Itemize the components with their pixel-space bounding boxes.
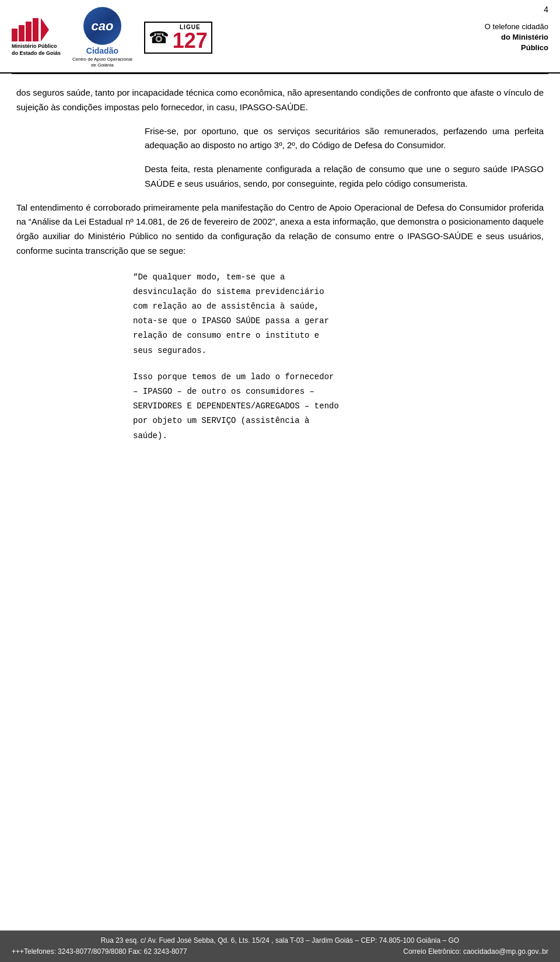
- paragraph-3: Desta feita, resta plenamente configurad…: [145, 162, 544, 191]
- paragraph-2: Frise-se, por oportuno, que os serviços …: [145, 124, 544, 153]
- ligue-number: 127: [173, 30, 208, 51]
- quote1-line6: seus segurados.: [133, 346, 206, 355]
- page-wrapper: 4 Ministério Públicodo Estado de Goiás: [0, 0, 560, 962]
- logo-bar-2: [19, 25, 24, 41]
- quote2-line4: por objeto um SERVIÇO (assistência à: [133, 416, 309, 425]
- page-number: 4: [544, 5, 548, 14]
- logo-ligue-box: ☎ LIGUE 127: [144, 22, 212, 54]
- logo-cao: cao Cidadão Centro de Apoio Operacionald…: [72, 7, 132, 68]
- logo-ligue: ☎ LIGUE 127: [144, 22, 212, 54]
- quote2-line5: saúde).: [133, 431, 167, 440]
- paragraph-4: Tal entendimento é corroborado primeiram…: [16, 201, 544, 258]
- quote2-line3: SERVIDORES E DEPENDENTES/AGREGADOS – ten…: [133, 401, 339, 411]
- logo-cao-subtitle: Centro de Apoio Operacionalde Goiânia: [72, 57, 132, 68]
- ligue-text-block: LIGUE 127: [173, 24, 208, 51]
- header: 4 Ministério Públicodo Estado de Goiás: [0, 0, 560, 74]
- tagline-line2: do Ministério: [501, 33, 548, 41]
- footer-line-2: +++Telefones: 3243-8077/8079/8080 Fax: 6…: [12, 946, 548, 957]
- logo-bar-3: [26, 22, 32, 41]
- content: dos seguros saúde, tanto por incapacidad…: [0, 74, 560, 930]
- footer-address: Rua 23 esq. c/ Av. Fued José Sebba, Qd. …: [101, 936, 459, 944]
- logo-cao-circle: cao: [83, 7, 121, 45]
- quote1-line5: relação de consumo entre o instituto e: [133, 331, 319, 340]
- logo-cao-label: Cidadão: [86, 46, 118, 55]
- header-tagline: O telefone cidadão do Ministério Público: [485, 22, 548, 54]
- logo-bar-1: [12, 29, 18, 41]
- logo-cao-text: cao: [91, 19, 113, 34]
- footer-line-1: Rua 23 esq. c/ Av. Fued José Sebba, Qd. …: [12, 935, 548, 946]
- quote1-line2: desvinculação do sistema previdenciário: [133, 287, 324, 296]
- tagline-line3: Público: [521, 43, 548, 52]
- quote-block-2: Isso porque temos de um lado o fornecedo…: [133, 370, 509, 443]
- logo-mp-text: Ministério Públicodo Estado de Goiás: [12, 43, 61, 57]
- logo-mp-graphic: [12, 18, 49, 41]
- logo-bar-4: [33, 18, 38, 41]
- footer: Rua 23 esq. c/ Av. Fued José Sebba, Qd. …: [0, 930, 560, 962]
- ligue-hand-icon: ☎: [149, 28, 169, 47]
- quote1-line4: nota-se que o IPASGO SAÚDE passa a gerar: [133, 316, 329, 326]
- logo-mp: Ministério Públicodo Estado de Goiás: [12, 18, 61, 57]
- tagline-line1: O telefone cidadão: [485, 22, 548, 31]
- logo-arrow: [41, 18, 49, 41]
- header-logos: Ministério Públicodo Estado de Goiás cao…: [12, 7, 485, 68]
- quote1-line1: “De qualquer modo, tem-se que a: [133, 272, 285, 282]
- paragraph-1: dos seguros saúde, tanto por incapacidad…: [16, 86, 544, 115]
- footer-phones: +++Telefones: 3243-8077/8079/8080 Fax: 6…: [12, 946, 187, 957]
- quote2-line2: – IPASGO – de outro os consumidores –: [133, 387, 314, 396]
- quote-block-1: “De qualquer modo, tem-se que a desvincu…: [133, 270, 509, 358]
- quote2-line1: Isso porque temos de um lado o fornecedo…: [133, 372, 334, 382]
- quote1-line3: com relação ao de assistência à saúde,: [133, 302, 319, 311]
- footer-email: Correio Eletrônico: caocidadao@mp.go.gov…: [403, 946, 548, 957]
